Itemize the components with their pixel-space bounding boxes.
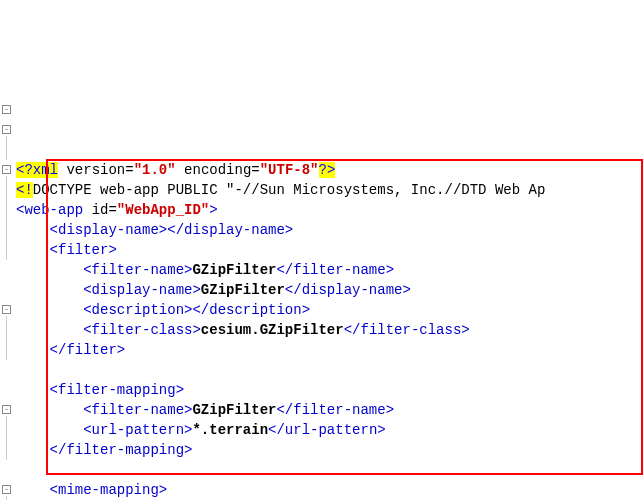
code-editor: - - - - - - <?xml version="1.0" encoding… <box>0 80 643 500</box>
code-line <box>16 362 24 378</box>
fold-gutter: - - - - - - <box>0 80 14 500</box>
code-line: <!DOCTYPE web-app PUBLIC "-//Sun Microsy… <box>16 182 545 198</box>
code-line: <display-name>GZipFilter</display-name> <box>16 282 411 298</box>
fold-toggle-icon[interactable]: - <box>2 165 11 174</box>
code-line: <mime-mapping> <box>16 482 167 498</box>
fold-toggle-icon[interactable]: - <box>2 405 11 414</box>
fold-toggle-icon[interactable]: - <box>2 305 11 314</box>
code-line: <?xml version="1.0" encoding="UTF-8"?> <box>16 162 335 178</box>
code-line: </filter-mapping> <box>16 442 192 458</box>
fold-toggle-icon[interactable]: - <box>2 485 11 494</box>
code-line: <filter-class>cesium.GZipFilter</filter-… <box>16 322 470 338</box>
code-line <box>16 462 24 478</box>
code-line: <filter-name>GZipFilter</filter-name> <box>16 402 394 418</box>
fold-toggle-icon[interactable]: - <box>2 105 11 114</box>
code-line: <web-app id="WebApp_ID"> <box>16 202 218 218</box>
code-line: <description></description> <box>16 302 310 318</box>
code-line: <url-pattern>*.terrain</url-pattern> <box>16 422 386 438</box>
code-line: <filter-mapping> <box>16 382 184 398</box>
fold-toggle-icon[interactable]: - <box>2 125 11 134</box>
code-line: </filter> <box>16 342 125 358</box>
code-line: <filter> <box>16 242 117 258</box>
code-line: <filter-name>GZipFilter</filter-name> <box>16 262 394 278</box>
code-line: <display-name></display-name> <box>16 222 293 238</box>
